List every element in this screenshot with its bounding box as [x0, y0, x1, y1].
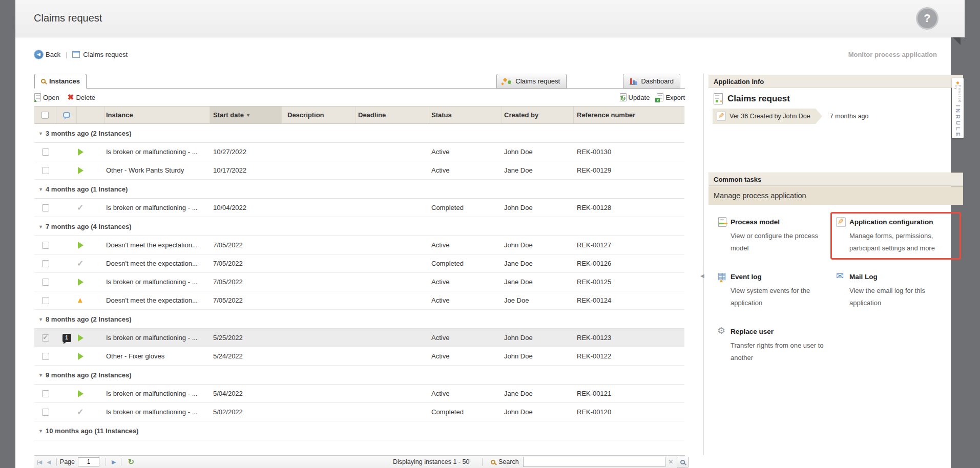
grid-toolbar: Open ✖ Delete Update Export	[34, 89, 685, 106]
task-description: Manage forms, permissions, participant s…	[849, 230, 949, 255]
refresh-icon[interactable]: ↻	[128, 457, 134, 466]
page-number-input[interactable]	[78, 457, 99, 466]
cell-instance[interactable]: Doesn't meet the expectation...	[105, 260, 210, 267]
powered-by-tab[interactable]: ◆ Powered by INRULE	[952, 78, 964, 138]
column-header-start-date[interactable]: Start date▾	[210, 107, 282, 123]
group-header-row[interactable]: ▾ 4 months ago (1 Instance)	[34, 180, 684, 199]
cell-start-date: 7/05/2022	[210, 241, 282, 249]
app-panel: ◀ Back | Claims request Monitor process …	[15, 37, 951, 468]
row-checkbox[interactable]	[42, 242, 49, 249]
collapse-panel-icon[interactable]: ◀	[700, 273, 704, 279]
tab-claims-request[interactable]: Claims request	[496, 74, 567, 89]
row-checkbox[interactable]	[42, 148, 49, 156]
tab-dashboard[interactable]: Dashboard	[623, 74, 680, 89]
row-checkbox[interactable]	[42, 334, 49, 342]
group-label: 10 months ago (11 Instances)	[46, 427, 138, 435]
column-header-reference[interactable]: Reference number	[574, 107, 684, 123]
search-input[interactable]	[523, 457, 665, 467]
row-checkbox[interactable]	[42, 297, 49, 304]
group-collapse-icon[interactable]: ▾	[39, 186, 42, 192]
group-header-row[interactable]: ▾ 10 months ago (11 Instances)	[34, 421, 684, 440]
update-button[interactable]: Update	[620, 93, 650, 101]
next-page-button[interactable]: ▶	[112, 459, 115, 465]
group-header-row[interactable]: ▾ 7 months ago (4 Instances)	[34, 217, 684, 236]
row-checkbox[interactable]	[42, 390, 49, 397]
common-task-item[interactable]: Application configuration Manage forms, …	[830, 212, 961, 260]
column-header-created-by[interactable]: Created by	[502, 107, 574, 123]
status-icon-column-header[interactable]	[77, 107, 105, 123]
open-button[interactable]: Open	[34, 93, 59, 101]
cell-instance[interactable]: Is broken or malfunctioning - ...	[105, 408, 210, 416]
group-collapse-icon[interactable]: ▾	[39, 428, 42, 434]
table-row[interactable]: Other - Work Pants Sturdy 10/17/2022 Act…	[34, 161, 684, 180]
delete-icon: ✖	[68, 94, 74, 101]
group-collapse-icon[interactable]: ▾	[39, 316, 42, 322]
search-zone: Search ✕	[479, 457, 689, 467]
export-button[interactable]: Export	[657, 93, 685, 101]
group-collapse-icon[interactable]: ▾	[39, 372, 42, 378]
cell-instance[interactable]: Is broken or malfunctioning - ...	[105, 390, 210, 397]
common-task-item[interactable]: Replace user Transfer rights from one us…	[712, 322, 830, 369]
cell-status: Active	[429, 390, 502, 397]
version-age: 7 months ago	[830, 113, 869, 120]
column-header-status[interactable]: Status	[429, 107, 502, 123]
cell-instance[interactable]: Is broken or malfunctioning - ...	[105, 278, 210, 286]
common-task-item[interactable]: Event log View system events for the app…	[712, 267, 830, 314]
group-collapse-icon[interactable]: ▾	[39, 131, 42, 136]
cell-instance[interactable]: Doesn't meet the expectation...	[105, 241, 210, 249]
cell-start-date: 5/02/2022	[210, 408, 282, 416]
instance-state-icon	[77, 260, 84, 267]
table-row[interactable]: Other - Fixer gloves 5/24/2022 Active Jo…	[34, 347, 684, 366]
table-row[interactable]: Is broken or malfunctioning - ... 5/02/2…	[34, 403, 684, 421]
row-checkbox[interactable]	[42, 279, 49, 286]
task-icon	[717, 272, 727, 282]
comment-count-badge[interactable]: 1	[62, 334, 71, 342]
row-checkbox[interactable]	[42, 260, 49, 267]
application-info-header: Application Info	[708, 75, 963, 88]
cell-instance[interactable]: Other - Work Pants Sturdy	[105, 166, 210, 174]
row-checkbox[interactable]	[42, 409, 49, 416]
toolbar-separator	[482, 458, 483, 466]
row-checkbox[interactable]	[42, 204, 49, 211]
row-checkbox[interactable]	[42, 167, 49, 174]
row-checkbox[interactable]	[42, 353, 49, 360]
group-header-row[interactable]: ▾ 9 months ago (2 Instances)	[34, 366, 684, 385]
tab-instances[interactable]: Instances	[34, 74, 87, 89]
select-all-checkbox[interactable]	[41, 112, 49, 119]
cell-instance[interactable]: Is broken or malfunctioning - ...	[105, 204, 210, 211]
cell-start-date: 10/17/2022	[210, 166, 282, 174]
search-button[interactable]	[677, 457, 689, 467]
cell-instance[interactable]: Is broken or malfunctioning - ...	[105, 334, 210, 342]
cell-instance[interactable]: Other - Fixer gloves	[105, 352, 210, 360]
version-text: Ver 36 Created by John Doe	[729, 113, 810, 120]
back-button[interactable]: Back	[46, 51, 60, 58]
column-header-deadline[interactable]: Deadline	[356, 107, 429, 123]
cell-instance[interactable]: Is broken or malfunctioning - ...	[105, 148, 210, 156]
brand-name: INRULE	[955, 105, 961, 138]
table-row[interactable]: Is broken or malfunctioning - ... 10/27/…	[34, 143, 684, 161]
table-row[interactable]: Doesn't meet the expectation... 7/05/202…	[34, 254, 684, 273]
common-task-item[interactable]: Mail Log View the email log for this app…	[830, 267, 961, 314]
clear-search-icon[interactable]: ✕	[669, 458, 674, 465]
brand-spark-icon: ◆	[956, 81, 959, 85]
help-icon[interactable]: ?	[918, 9, 937, 28]
table-row[interactable]: Doesn't meet the expectation... 7/05/202…	[34, 236, 684, 254]
cell-reference: REK-00120	[574, 408, 684, 416]
comments-column-header[interactable]	[56, 107, 77, 123]
delete-button[interactable]: ✖ Delete	[68, 94, 95, 101]
group-header-row[interactable]: ▾ 8 months ago (2 Instances)	[34, 310, 684, 329]
table-row[interactable]: Is broken or malfunctioning - ... 5/04/2…	[34, 385, 684, 403]
group-header-row[interactable]: ▾ 3 months ago (2 Instances)	[34, 124, 684, 143]
cell-instance[interactable]: Doesn't meet the expectation...	[105, 296, 210, 304]
version-banner[interactable]: Ver 36 Created by John Doe	[713, 109, 816, 124]
group-collapse-icon[interactable]: ▾	[39, 224, 42, 229]
table-row[interactable]: Is broken or malfunctioning - ... 10/04/…	[34, 199, 684, 217]
table-row[interactable]: Doesn't meet the expectation... 7/05/202…	[34, 291, 684, 310]
common-task-item[interactable]: Process model View or configure the proc…	[712, 212, 830, 260]
column-header-description[interactable]: Description	[282, 107, 356, 123]
table-row[interactable]: Is broken or malfunctioning - ... 7/05/2…	[34, 273, 684, 291]
table-row[interactable]: 1 Is broken or malfunctioning - ... 5/25…	[34, 329, 684, 347]
first-page-button[interactable]: |◀	[37, 459, 41, 465]
column-header-instance[interactable]: Instance	[105, 107, 210, 123]
prev-page-button[interactable]: ◀	[47, 459, 50, 465]
